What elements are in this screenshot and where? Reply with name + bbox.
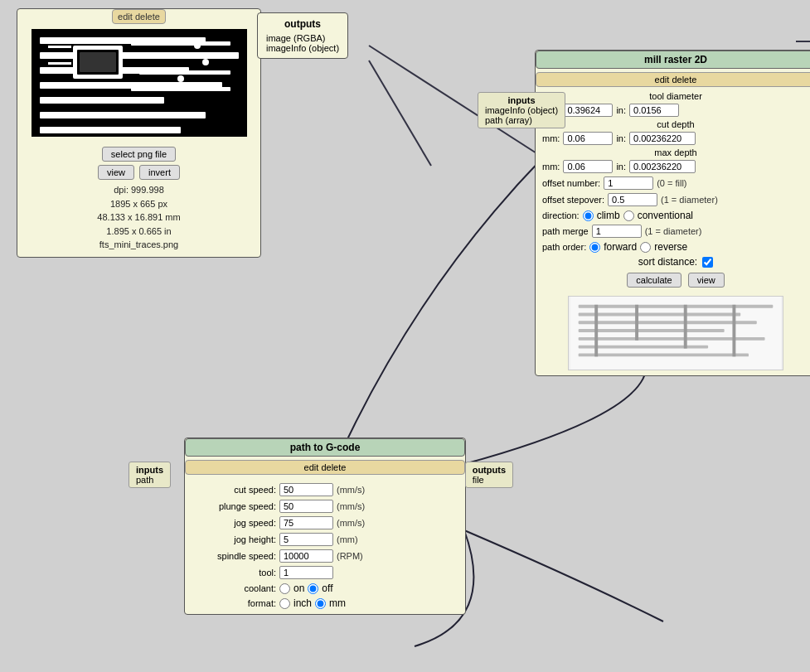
coolant-on-radio[interactable] bbox=[279, 583, 290, 594]
svg-point-22 bbox=[194, 42, 201, 49]
mill-inputs-title: inputs bbox=[485, 95, 558, 105]
cut-depth-in-label: in: bbox=[616, 133, 626, 143]
output-imageinfo-label: imageInfo (object) bbox=[266, 43, 339, 53]
path-order-forward-radio[interactable] bbox=[589, 242, 600, 253]
gcode-node-header: path to G-code bbox=[185, 438, 465, 457]
mill-input-path: path (array) bbox=[485, 115, 558, 125]
path-merge-label: path merge bbox=[542, 226, 589, 236]
max-depth-mm-label: mm: bbox=[542, 162, 560, 172]
svg-rect-16 bbox=[48, 62, 71, 65]
gcode-inputs-title: inputs bbox=[136, 465, 163, 475]
svg-rect-28 bbox=[579, 321, 757, 324]
cut-depth-mm-input[interactable] bbox=[563, 132, 613, 145]
png-edit-delete[interactable]: edit delete bbox=[112, 9, 166, 24]
tool-diameter-section: tool diameter bbox=[536, 90, 810, 102]
direction-climb-radio[interactable] bbox=[583, 210, 594, 221]
spindle-speed-input[interactable] bbox=[279, 549, 333, 563]
offset-number-input[interactable] bbox=[604, 176, 653, 190]
svg-rect-19 bbox=[148, 54, 230, 58]
offset-stepover-hint: (1 = diameter) bbox=[661, 195, 718, 205]
invert-button[interactable]: invert bbox=[139, 165, 180, 180]
gcode-node: path to G-code edit delete inputs path o… bbox=[184, 438, 466, 615]
max-depth-row: mm: in: bbox=[536, 158, 810, 175]
svg-rect-29 bbox=[579, 329, 725, 332]
direction-row: direction: climb conventional bbox=[536, 208, 810, 223]
tool-diameter-mm-input[interactable] bbox=[563, 104, 613, 117]
jog-height-input[interactable] bbox=[279, 533, 333, 546]
svg-rect-17 bbox=[48, 70, 71, 73]
coolant-on-label: on bbox=[293, 583, 304, 594]
spindle-speed-unit: (RPM) bbox=[337, 551, 363, 561]
dimensions-mm: 48.133 x 16.891 mm bbox=[97, 210, 180, 225]
mill-input-imageinfo: imageInfo (object) bbox=[485, 105, 558, 115]
jog-speed-label: jog speed: bbox=[193, 518, 276, 528]
path-order-reverse-radio[interactable] bbox=[640, 242, 651, 253]
tool-diameter-in-label: in: bbox=[616, 105, 626, 115]
view-button[interactable]: view bbox=[98, 165, 134, 180]
gcode-inputs-label: inputs path bbox=[129, 462, 171, 488]
format-radio-group: inch mm bbox=[279, 597, 346, 609]
offset-stepover-input[interactable] bbox=[608, 193, 657, 206]
format-inch-label: inch bbox=[293, 597, 312, 609]
svg-rect-13 bbox=[80, 52, 116, 72]
gcode-outputs-title: outputs bbox=[473, 465, 506, 475]
direction-conventional-label: conventional bbox=[638, 210, 693, 221]
svg-rect-32 bbox=[579, 353, 749, 356]
path-merge-input[interactable] bbox=[592, 225, 642, 238]
dpi-value: dpi: 999.998 bbox=[97, 183, 180, 197]
mill-raster-node: mill raster 2D edit delete inputs imageI… bbox=[535, 50, 810, 376]
tool-input[interactable] bbox=[279, 566, 333, 579]
mill-edit-delete[interactable]: edit delete bbox=[536, 72, 810, 87]
direction-conventional-radio[interactable] bbox=[623, 210, 634, 221]
max-depth-in-input[interactable] bbox=[629, 160, 696, 173]
select-png-button[interactable]: select png file bbox=[102, 147, 176, 162]
filename: fts_mini_traces.png bbox=[97, 238, 180, 252]
svg-rect-30 bbox=[579, 337, 765, 341]
path-merge-row: path merge (1 = diameter) bbox=[536, 223, 810, 239]
btn-row-select: select png file bbox=[102, 147, 176, 162]
plunge-speed-label: plunge speed: bbox=[193, 501, 276, 511]
tool-diameter-row: mm: in: bbox=[536, 102, 810, 118]
coolant-radio-group: on off bbox=[279, 583, 332, 594]
dimensions-px: 1895 x 665 px bbox=[97, 197, 180, 211]
svg-rect-35 bbox=[684, 305, 687, 349]
gcode-outputs-label: outputs file bbox=[465, 462, 513, 488]
gcode-outputs-file: file bbox=[473, 475, 506, 485]
mill-node-header: mill raster 2D bbox=[536, 51, 810, 69]
cut-depth-row: mm: in: bbox=[536, 130, 810, 147]
gcode-edit-delete[interactable]: edit delete bbox=[185, 460, 465, 475]
format-mm-radio[interactable] bbox=[315, 598, 326, 609]
calculate-button[interactable]: calculate bbox=[627, 273, 681, 288]
tool-diameter-in-input[interactable] bbox=[629, 104, 679, 117]
max-depth-section: max depth bbox=[536, 147, 810, 158]
svg-rect-36 bbox=[732, 305, 735, 357]
tool-row: tool: bbox=[193, 564, 457, 581]
plunge-speed-input[interactable] bbox=[279, 500, 333, 513]
calc-view-row: calculate view bbox=[536, 269, 810, 291]
jog-height-unit: (mm) bbox=[337, 534, 358, 544]
sort-distance-checkbox[interactable] bbox=[702, 257, 713, 268]
dimensions-in: 1.895 x 0.665 in bbox=[97, 225, 180, 239]
cut-speed-row: cut speed: (mm/s) bbox=[193, 481, 457, 498]
plunge-speed-unit: (mm/s) bbox=[337, 501, 365, 511]
mill-preview bbox=[568, 296, 783, 370]
cut-speed-input[interactable] bbox=[279, 483, 333, 496]
png-viewer-node: edit delete bbox=[17, 8, 261, 258]
direction-climb-label: climb bbox=[597, 210, 620, 221]
format-inch-radio[interactable] bbox=[279, 598, 290, 609]
coolant-label: coolant: bbox=[193, 583, 276, 593]
format-row: format: inch mm bbox=[193, 596, 457, 611]
mill-view-button[interactable]: view bbox=[688, 273, 725, 288]
path-order-reverse-label: reverse bbox=[654, 241, 687, 253]
jog-speed-input[interactable] bbox=[279, 516, 333, 529]
gcode-form: cut speed: (mm/s) plunge speed: (mm/s) j… bbox=[185, 478, 465, 614]
path-order-forward-label: forward bbox=[604, 241, 637, 253]
cut-depth-in-input[interactable] bbox=[629, 132, 696, 145]
plunge-speed-row: plunge speed: (mm/s) bbox=[193, 498, 457, 515]
path-merge-hint: (1 = diameter) bbox=[645, 226, 702, 236]
output-image-label: image (RGBA) bbox=[266, 33, 339, 43]
max-depth-in-label: in: bbox=[616, 162, 626, 172]
svg-rect-33 bbox=[594, 305, 598, 357]
max-depth-mm-input[interactable] bbox=[563, 160, 613, 173]
coolant-off-radio[interactable] bbox=[308, 583, 318, 594]
